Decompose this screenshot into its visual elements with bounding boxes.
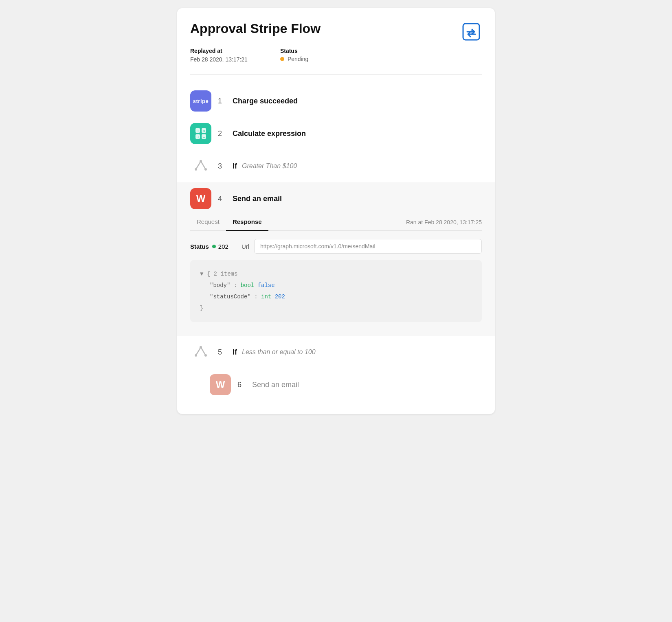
step-5-number: 5 [218, 348, 226, 357]
step-5-if-row: If Less than or equal to 100 [233, 348, 316, 357]
meta-row: Replayed at Feb 28 2020, 13:17:21 Status… [190, 48, 482, 63]
svg-point-13 [200, 346, 202, 348]
response-status-row: Status 202 Url https://graph.microsoft.c… [190, 239, 482, 254]
replayed-at: Replayed at Feb 28 2020, 13:17:21 [190, 48, 248, 63]
branch-icon-5 [190, 342, 211, 363]
tabs-row: Request Response Ran at Feb 28 2020, 13:… [190, 214, 482, 231]
response-status-value: 202 [212, 243, 228, 250]
code-statuscode-row: "statusCode" : int 202 [200, 291, 472, 302]
step-1-label: Charge succeeded [233, 97, 298, 105]
replayed-at-value: Feb 28 2020, 13:17:21 [190, 56, 248, 63]
code-close: } [200, 302, 472, 314]
code-statuscode-key: "statusCode" [210, 293, 251, 300]
svg-point-10 [200, 160, 202, 162]
svg-text:÷: ÷ [197, 129, 199, 133]
svg-point-14 [195, 354, 197, 357]
svg-point-12 [204, 168, 207, 171]
code-items-count: 2 items [214, 271, 238, 277]
status-label: Status [280, 48, 308, 54]
code-statuscode-value: 202 [275, 293, 285, 300]
step-1: stripe 1 Charge succeeded [190, 85, 482, 117]
svg-text:−: − [203, 135, 205, 139]
step-6-label: Send an email [252, 381, 299, 389]
step-3-number: 3 [218, 162, 226, 171]
replayed-at-label: Replayed at [190, 48, 248, 54]
step-3-condition: Greater Than $100 [242, 162, 297, 170]
divider [190, 74, 482, 75]
status-meta: Status Pending [280, 48, 308, 62]
code-body-row: "body" : bool false [200, 280, 472, 291]
step-6: W 6 Send an email [190, 368, 482, 401]
url-row: Url https://graph.microsoft.com/v1.0/me/… [242, 239, 482, 254]
status-green-dot [212, 245, 216, 248]
office-active-icon: W [190, 188, 211, 209]
calc-icon: ÷ × + − [190, 123, 211, 144]
step-5-if-label: If [233, 348, 237, 357]
svg-text:+: + [197, 135, 199, 139]
main-container: Approval Stripe Flow 1 Replayed at Feb 2… [177, 8, 495, 414]
step-4: W 4 Send an email [190, 188, 482, 209]
step-4-label: Send an email [233, 195, 282, 203]
code-body-value: false [258, 282, 275, 289]
step-2-label: Calculate expression [233, 129, 306, 138]
office-inactive-icon: W [210, 374, 231, 395]
step-6-number: 6 [237, 381, 246, 389]
active-step-panel: W 4 Send an email Request Response Ran a… [177, 182, 495, 336]
code-statuscode-type: int [261, 293, 271, 300]
ran-at: Ran at Feb 28 2020, 13:17:25 [406, 219, 482, 226]
step-3-if-label: If [233, 162, 237, 171]
step-3: 3 If Greater Than $100 [190, 150, 482, 182]
step-2-number: 2 [218, 129, 226, 138]
step-2: ÷ × + − 2 Calculate expression [190, 117, 482, 150]
code-collapse-row: ▼ { 2 items [200, 268, 472, 280]
step-5-condition: Less than or equal to 100 [242, 348, 316, 356]
code-body-key: "body" [210, 282, 230, 289]
step-3-if-row: If Greater Than $100 [233, 162, 297, 171]
step-list: stripe 1 Charge succeeded ÷ × + − 2 C [190, 85, 482, 401]
tab-response[interactable]: Response [226, 214, 268, 231]
page-title: Approval Stripe Flow [190, 21, 321, 36]
tab-request[interactable]: Request [190, 214, 226, 231]
svg-point-11 [195, 168, 197, 171]
branch-icon-3 [190, 156, 211, 177]
url-label: Url [242, 243, 249, 250]
status-dot [280, 57, 284, 61]
response-status-number: 202 [218, 243, 228, 250]
svg-text:1: 1 [470, 28, 473, 35]
response-panel: Status 202 Url https://graph.microsoft.c… [190, 231, 482, 330]
step-5: 5 If Less than or equal to 100 [190, 336, 482, 368]
url-field: https://graph.microsoft.com/v1.0/me/send… [254, 239, 482, 254]
response-status-label: Status [190, 243, 209, 250]
step-4-number: 4 [218, 195, 226, 203]
stripe-icon: stripe [190, 90, 211, 112]
svg-text:×: × [203, 129, 205, 133]
code-block: ▼ { 2 items "body" : bool false "statusC… [190, 260, 482, 322]
status-value: Pending [288, 56, 308, 62]
svg-point-15 [204, 354, 207, 357]
replay-icon[interactable]: 1 [461, 21, 482, 46]
step-1-number: 1 [218, 97, 226, 105]
status-row: Pending [280, 56, 308, 62]
code-body-type: bool [241, 282, 255, 289]
